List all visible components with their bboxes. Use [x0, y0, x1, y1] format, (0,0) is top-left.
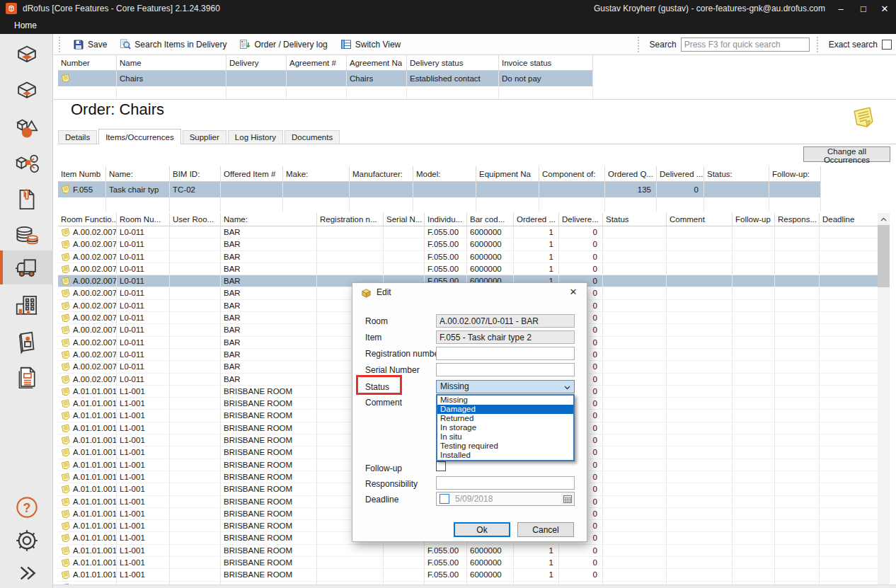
status-option[interactable]: Returned	[437, 414, 573, 423]
change-all-occurrences-button[interactable]: Change all Occurrences	[803, 146, 890, 162]
search-input[interactable]	[681, 38, 810, 52]
serial-number-field[interactable]	[436, 363, 575, 376]
column-header[interactable]: Respons...	[775, 213, 820, 226]
sidebar-item-items[interactable]	[0, 112, 53, 146]
column-header[interactable]: Delivery	[226, 55, 287, 70]
status-option[interactable]: In storage	[437, 423, 573, 432]
status-option[interactable]: Installed	[437, 451, 573, 460]
sidebar-item-components[interactable]	[0, 147, 53, 181]
column-header[interactable]: Name:	[221, 213, 317, 226]
column-header[interactable]: Make:	[283, 166, 350, 181]
column-header[interactable]: Offered Item #	[221, 166, 283, 181]
table-row[interactable]: A.00.02.007L0-011BARF.055.00600000010	[58, 238, 878, 250]
status-option[interactable]: In situ	[437, 432, 573, 442]
column-header[interactable]: Name:	[106, 166, 170, 181]
sidebar-item-finance[interactable]	[0, 219, 53, 253]
tab-details[interactable]: Details	[58, 130, 97, 144]
exact-search-checkbox[interactable]	[882, 40, 892, 50]
dialog-close-icon[interactable]: ✕	[567, 286, 580, 299]
table-row[interactable]: A.01.01.001L1-001BRISBANE ROOMF.055.0060…	[58, 545, 878, 557]
sidebar-item-buildings[interactable]	[0, 289, 53, 323]
column-header[interactable]: Ordered Q...	[605, 166, 657, 181]
column-header[interactable]: Comment	[667, 213, 733, 226]
order-note-icon[interactable]	[851, 105, 875, 129]
sidebar-item-help[interactable]: ?	[0, 490, 53, 524]
column-header[interactable]: Invoice status	[499, 55, 593, 70]
column-header[interactable]: Status:	[704, 166, 769, 181]
close-button[interactable]: ✕	[875, 0, 895, 18]
calendar-icon[interactable]	[561, 493, 573, 505]
column-header[interactable]: Status	[603, 213, 667, 226]
column-header[interactable]: BIM ID:	[170, 166, 221, 181]
column-header[interactable]: User Roo...	[170, 213, 221, 226]
column-header[interactable]: Name	[117, 55, 226, 70]
column-header[interactable]: Delivered ...	[657, 166, 704, 181]
column-header[interactable]: Delivere...	[559, 213, 603, 226]
column-header[interactable]: Room Functio...	[58, 213, 117, 226]
column-header[interactable]: Item Numb	[58, 166, 106, 181]
tab-items-occurrences[interactable]: Items/Occurrences	[98, 129, 181, 144]
minimize-button[interactable]: –	[831, 0, 851, 18]
table-row[interactable]: A.00.02.007L0-011BARF.055.00600000010	[58, 226, 878, 238]
followup-checkbox[interactable]	[436, 461, 446, 471]
column-header[interactable]: Individu...	[425, 213, 467, 226]
sidebar-item-expand[interactable]	[0, 556, 53, 588]
status-combobox[interactable]: Missing	[436, 380, 575, 393]
column-header[interactable]: Model:	[413, 166, 476, 181]
item-table-row[interactable]: F.055Task chair typTC-021350	[58, 182, 821, 197]
dialog-titlebar[interactable]: Edit ✕	[352, 283, 587, 301]
registration-number-field[interactable]	[436, 347, 575, 360]
sidebar-item-settings[interactable]	[0, 524, 53, 558]
sidebar-item-rooms-alt[interactable]	[0, 76, 53, 110]
switch-view-button[interactable]: Switch View	[334, 36, 407, 53]
table-row[interactable]: A.01.01.001L1-001BRISBANE ROOMF.055.0060…	[58, 569, 878, 581]
cell	[704, 182, 769, 197]
column-header[interactable]: Registration n...	[317, 213, 384, 226]
scroll-up-button[interactable]	[878, 213, 890, 225]
status-option[interactable]: Testing required	[437, 442, 573, 451]
column-header[interactable]: Deadline	[820, 213, 878, 226]
sidebar-item-reports[interactable]	[0, 361, 53, 395]
column-header[interactable]: Serial N...	[384, 213, 425, 226]
column-header[interactable]: Component of:	[539, 166, 605, 181]
tab-supplier[interactable]: Supplier	[183, 130, 226, 144]
tab-log-history[interactable]: Log History	[228, 130, 283, 144]
horizontal-scrollbar[interactable]	[53, 584, 896, 588]
scrollbar-thumb[interactable]	[878, 225, 890, 287]
order-delivery-log-button[interactable]: Order / Delivery log	[233, 36, 333, 53]
table-row[interactable]: A.00.02.007L0-011BARF.055.00600000010	[58, 251, 878, 263]
deadline-field[interactable]: 5/09/2018	[436, 492, 575, 506]
tab-documents[interactable]: Documents	[285, 130, 340, 144]
menu-home[interactable]: Home	[14, 18, 37, 34]
column-header[interactable]: Room Nu...	[117, 213, 170, 226]
vertical-scrollbar[interactable]	[878, 213, 890, 584]
column-header[interactable]: Follow-up	[733, 213, 775, 226]
sidebar-item-rooms[interactable]	[0, 40, 53, 74]
ok-button[interactable]: Ok	[454, 522, 510, 537]
column-header[interactable]: Number	[58, 55, 117, 70]
column-header[interactable]: Delivery status	[407, 55, 499, 70]
cancel-button[interactable]: Cancel	[517, 522, 574, 537]
table-row[interactable]: A.01.01.001L1-001BRISBANE ROOMF.055.0060…	[58, 557, 878, 569]
save-button[interactable]: Save	[67, 36, 113, 53]
responsibility-field[interactable]	[436, 476, 575, 490]
cell: A.01.01.001	[58, 386, 117, 397]
column-header[interactable]: Ordered ...	[514, 213, 559, 226]
sidebar-item-orders-deliveries[interactable]	[0, 250, 53, 284]
column-header[interactable]: Bar cod...	[467, 213, 514, 226]
orders-table-row[interactable]: Chairs Chairs Established contact Do not…	[58, 71, 593, 86]
cell	[170, 398, 221, 409]
column-header[interactable]: Agreement Na	[347, 55, 407, 70]
status-option[interactable]: Missing	[437, 396, 573, 405]
column-header[interactable]: Equipment Na	[476, 166, 539, 181]
deadline-checkbox[interactable]	[440, 494, 449, 504]
status-option[interactable]: Damaged	[437, 405, 573, 414]
column-header[interactable]: Manufacturer:	[350, 166, 413, 181]
maximize-button[interactable]: □	[854, 0, 873, 18]
sidebar-item-attachments[interactable]	[0, 183, 53, 217]
sidebar-item-products[interactable]	[0, 325, 53, 359]
column-header[interactable]: Follow-up:	[769, 166, 821, 181]
search-items-in-delivery-button[interactable]: Search Items in Delivery	[113, 36, 233, 53]
table-row[interactable]: A.00.02.007L0-011BARF.055.00600000010	[58, 263, 878, 275]
column-header[interactable]: Agreement #	[287, 55, 347, 70]
